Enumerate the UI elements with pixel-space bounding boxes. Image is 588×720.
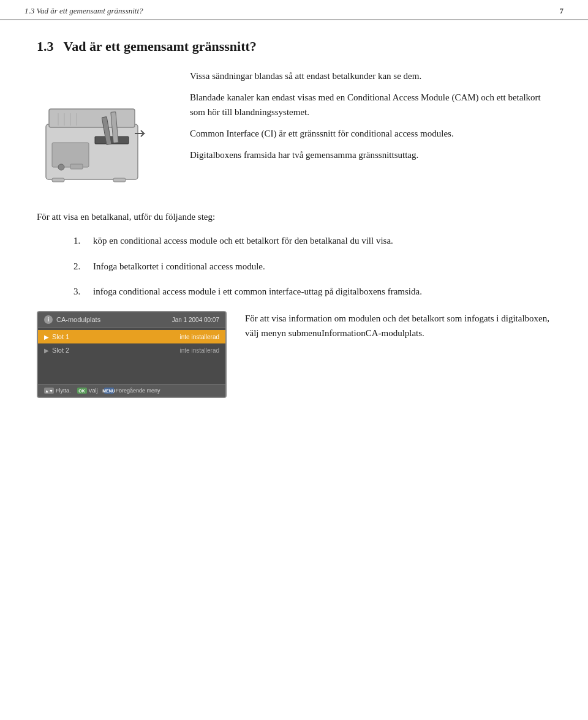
paragraph-5: För att visa en betalkanal, utför du föl… <box>37 210 551 224</box>
menu-label: Föregående meny <box>116 388 160 394</box>
text-column: Vissa sändningar blandas så att endast b… <box>190 69 551 198</box>
numbered-list: 1. köp en conditional access module och … <box>74 234 551 299</box>
page-header: 1.3 Vad är ett gemensamt gränssnitt? 7 <box>0 0 588 20</box>
list-item: 3. infoga conditional access module i et… <box>74 285 551 299</box>
list-num-1: 1. <box>74 234 86 248</box>
svg-rect-1 <box>49 109 135 127</box>
row-label-2: Slot 2 <box>52 347 180 354</box>
device-illustration <box>40 75 168 198</box>
device-image <box>37 69 172 198</box>
section-heading: 1.3 Vad är ett gemensamt gränssnitt? <box>37 39 551 54</box>
tv-empty-space <box>38 357 225 381</box>
paragraph-2: Blandade kanaler kan endast visas med en… <box>190 91 551 119</box>
tv-title-text: CA-modulplats <box>56 316 100 323</box>
tv-datetime: Jan 1 2004 00:07 <box>172 317 219 323</box>
paragraph-4: Digitalboxens framsida har två gemensamm… <box>190 148 551 162</box>
row-label-1: Slot 1 <box>52 333 180 340</box>
svg-point-6 <box>58 164 64 170</box>
svg-rect-7 <box>70 164 83 169</box>
tv-screen: i CA-modulplats Jan 1 2004 00:07 ▶ Slot … <box>37 311 227 398</box>
row-arrow-1: ▶ <box>44 334 49 340</box>
tv-info-icon: i <box>44 315 53 324</box>
list-item: 1. köp en conditional access module och … <box>74 234 551 248</box>
list-item: 2. Infoga betalkortet i conditional acce… <box>74 260 551 274</box>
list-num-3: 3. <box>74 285 86 299</box>
row-status-2: inte installerad <box>180 347 219 354</box>
bottom-section: i CA-modulplats Jan 1 2004 00:07 ▶ Slot … <box>37 311 551 398</box>
tv-titlebar: i CA-modulplats Jan 1 2004 00:07 <box>38 312 225 328</box>
svg-rect-9 <box>113 178 126 182</box>
tv-row-slot2: ▶ Slot 2 inte installerad <box>38 343 225 357</box>
list-text-1: köp en conditional access module och ett… <box>93 234 393 248</box>
bottom-paragraph: För att visa information om modulen och … <box>245 311 551 340</box>
list-num-2: 2. <box>74 260 86 274</box>
nav-label: Flytta. <box>56 388 71 394</box>
menu-btn: MENU <box>104 388 114 394</box>
svg-rect-3 <box>95 137 129 144</box>
top-section: Vissa sändningar blandas så att endast b… <box>37 69 551 198</box>
row-arrow-2: ▶ <box>44 347 49 354</box>
tv-row-slot1: ▶ Slot 1 inte installerad <box>38 330 225 343</box>
section-title: Vad är ett gemensamt gränssnitt? <box>64 39 257 54</box>
tv-statusbar: ▲▼ Flytta. OK Välj MENU Föregående meny <box>38 384 225 397</box>
paragraph-1: Vissa sändningar blandas så att endast b… <box>190 69 551 83</box>
row-status-1: inte installerad <box>180 334 219 340</box>
header-title: 1.3 Vad är ett gemensamt gränssnitt? <box>24 6 143 16</box>
tv-screen-container: i CA-modulplats Jan 1 2004 00:07 ▶ Slot … <box>37 311 227 398</box>
tv-status-nav: ▲▼ Flytta. <box>44 388 71 394</box>
ok-label: Välj <box>89 388 98 394</box>
tv-status-ok: OK Välj <box>77 388 98 394</box>
info-text: För att visa information om modulen och … <box>245 311 551 340</box>
ok-btn: OK <box>77 388 87 394</box>
svg-rect-2 <box>52 143 89 167</box>
section-number: 1.3 <box>37 39 54 54</box>
page-content: 1.3 Vad är ett gemensamt gränssnitt? <box>0 20 588 422</box>
tv-title-left: i CA-modulplats <box>44 315 100 324</box>
list-text-3: infoga conditional access module i ett c… <box>93 285 422 299</box>
list-text-2: Infoga betalkortet i conditional access … <box>93 260 265 274</box>
paragraph-3: Common Interface (CI) är ett gränssnitt … <box>190 127 551 141</box>
svg-rect-8 <box>52 178 64 182</box>
tv-status-menu: MENU Föregående meny <box>104 388 160 394</box>
nav-icon: ▲▼ <box>44 388 54 394</box>
tv-body: ▶ Slot 1 inte installerad ▶ Slot 2 inte … <box>38 328 225 384</box>
page-number: 7 <box>560 6 564 16</box>
